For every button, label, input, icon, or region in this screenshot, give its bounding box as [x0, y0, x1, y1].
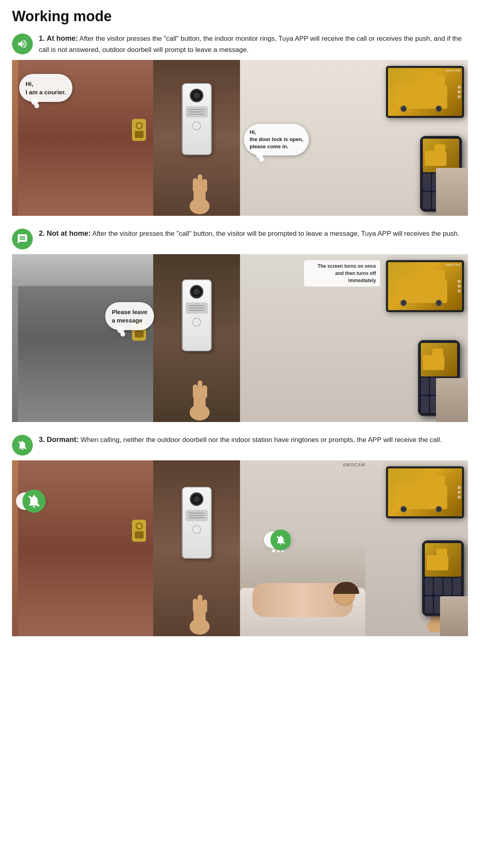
monitor-brand-1: AMOCAM	[446, 69, 460, 72]
m-icon-dot-2	[458, 280, 461, 283]
bell-slash-icon	[17, 440, 28, 451]
app-icon	[434, 578, 442, 595]
visitor-bubble-1-text: Hi, I am a courier.	[26, 80, 66, 96]
m-icon-dot	[458, 90, 461, 94]
scene-3: Mute	[12, 460, 468, 636]
spk-line-3	[189, 513, 204, 514]
doorbell-unit-1	[182, 83, 212, 155]
thought-dot	[272, 549, 275, 552]
monitor-video-1: AMOCAM	[388, 68, 462, 116]
monitor-icons-3	[458, 486, 461, 499]
svg-rect-7	[198, 380, 202, 396]
phone-video-1	[423, 139, 459, 172]
lock-body-3	[135, 532, 144, 539]
app-icon	[421, 396, 429, 413]
svg-rect-4	[202, 179, 207, 192]
mode-not-at-home-header: 2. Not at home: After the visitor presse…	[12, 228, 468, 249]
van-in-phone-2	[423, 355, 445, 370]
visitor-hand-1	[186, 162, 214, 216]
m-icon-dot-3	[458, 496, 461, 499]
spk-line-2	[189, 305, 204, 306]
hand-svg-2	[186, 368, 214, 420]
mute-badge-indoor	[270, 530, 291, 550]
m-icon-dot-3	[458, 486, 461, 489]
lock-circle	[136, 122, 143, 129]
scene-3-middle-panel	[153, 460, 240, 636]
scene-2-right-panel: The screen turns on once and then turns …	[240, 254, 468, 422]
thought-dot	[282, 550, 284, 552]
mode-dormant-description: When calling, neither the outdoor doorbe…	[80, 436, 442, 444]
app-icon	[425, 596, 433, 613]
mode-not-at-home-label-text: Not at home:	[47, 229, 91, 237]
app-icon	[423, 192, 431, 209]
svg-rect-15	[193, 599, 198, 613]
mode-at-home-section: 1. At home: After the visitor presses th…	[12, 33, 468, 216]
visitor-bubble-2-text: Please leave a message	[112, 309, 147, 324]
spk-line	[189, 111, 204, 112]
van-in-phone-1	[425, 151, 447, 166]
spk-line-3	[189, 518, 204, 518]
thought-dot	[277, 550, 280, 552]
mute-bubble-outdoor: Mute	[16, 492, 45, 510]
monitor-display-1: AMOCAM	[386, 66, 464, 118]
scene-1: Hi, I am a courier.	[12, 60, 468, 216]
door-lock-1	[132, 119, 146, 141]
svg-rect-8	[193, 384, 198, 398]
svg-rect-9	[202, 385, 207, 398]
visitor-hand-3	[186, 583, 214, 636]
mode-dormant-label: 3.	[39, 436, 45, 444]
mute-bubble-indoor: Mute	[264, 532, 292, 548]
visitor-bubble-1: Hi, I am a courier.	[19, 74, 72, 102]
lock-circle-3	[136, 523, 143, 530]
mode-dormant-header: 3. Dormant: When calling, neither the ou…	[12, 434, 468, 456]
mode-dormant-label-text: Dormant:	[47, 436, 79, 444]
doorbell-button-3	[192, 525, 201, 534]
scene-3-right-panel: AMOCAM	[240, 460, 468, 636]
app-icon	[425, 578, 433, 595]
visitor-bubble-2: Please leave a message	[105, 302, 154, 330]
van-shape-3	[395, 485, 447, 509]
doorbell-button-1	[192, 121, 201, 130]
van-wheel-r-2	[436, 300, 442, 306]
van-wheel-l	[400, 106, 407, 112]
at-home-icon	[12, 34, 33, 54]
mute-thought-area: Mute	[264, 532, 292, 548]
phone-video-3	[425, 543, 461, 577]
spk-line	[189, 114, 204, 115]
monitor-video-3	[388, 468, 462, 516]
scene-1-door-panel: Hi, I am a courier.	[12, 60, 153, 216]
app-icon	[444, 578, 452, 595]
indoor-bubble-1: Hi, the door lock is open, please come i…	[244, 124, 309, 155]
screen-note-2: The screen turns on once and then turns …	[304, 260, 380, 287]
visitor-hand-2	[186, 368, 214, 422]
mode-not-at-home-label: 2.	[39, 229, 45, 237]
van-wheel-r	[436, 106, 442, 112]
furniture-hint-1	[436, 168, 468, 216]
van-wheel-l-3	[400, 506, 407, 512]
doorbell-camera-2	[190, 285, 204, 299]
m-icon-dot-3	[458, 491, 461, 494]
page-title: Working mode	[12, 8, 468, 25]
hand-svg-3	[186, 583, 214, 635]
scene-2-door-panel	[12, 254, 153, 422]
lock-body	[135, 131, 144, 138]
scene-2-middle-panel: Please leave a message	[153, 254, 240, 422]
message-icon	[17, 233, 28, 245]
mode-not-at-home-description: After the visitor presses the "call" but…	[92, 230, 460, 237]
phone-video-2	[421, 343, 457, 376]
van-in-phone-3	[427, 555, 449, 570]
m-icon-dot	[458, 95, 461, 98]
mode-dormant-text: 3. Dormant: When calling, neither the ou…	[39, 434, 442, 446]
mode-dormant-section: 3. Dormant: When calling, neither the ou…	[12, 434, 468, 636]
dormant-icon	[12, 435, 33, 456]
furniture-hint-2	[436, 378, 468, 422]
screen-note-text: The screen turns on once and then turns …	[318, 263, 376, 283]
mode-not-at-home-text: 2. Not at home: After the visitor presse…	[39, 228, 459, 239]
doorbell-camera-3	[190, 492, 204, 506]
scene-2: Please leave a message The	[12, 254, 468, 422]
doorbell-speaker-2	[186, 303, 208, 314]
van-shape-2	[395, 279, 447, 303]
furniture-hint-3	[440, 596, 468, 636]
svg-rect-16	[202, 599, 207, 613]
mode-not-at-home-section: 2. Not at home: After the visitor presse…	[12, 228, 468, 422]
